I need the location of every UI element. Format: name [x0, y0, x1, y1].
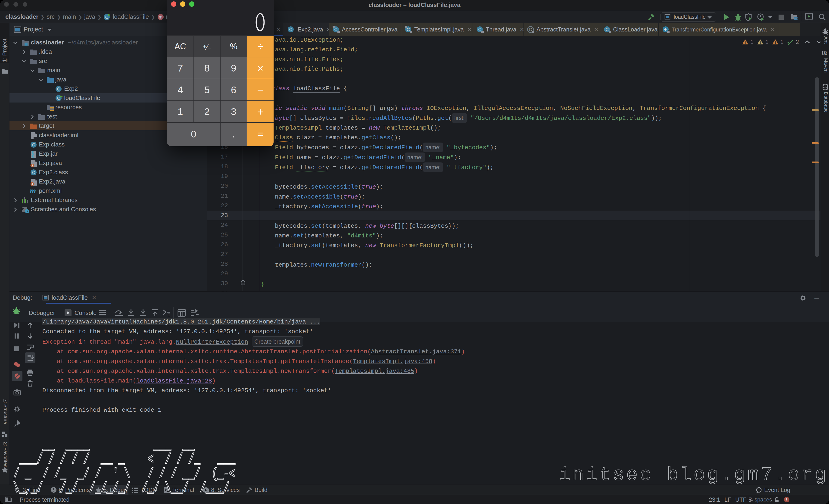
svg-text:C: C: [478, 27, 481, 32]
svg-text:C: C: [529, 27, 532, 32]
svg-text:C: C: [32, 170, 35, 175]
svg-text:m: m: [159, 14, 163, 20]
svg-text:C: C: [289, 27, 292, 32]
svg-text:J: J: [32, 164, 33, 167]
svg-text:C: C: [105, 15, 108, 20]
svg-text:C: C: [57, 96, 60, 101]
svg-text:C: C: [32, 142, 35, 147]
svg-text:C: C: [606, 27, 609, 32]
svg-text:I: I: [168, 313, 170, 317]
svg-text:C: C: [334, 27, 337, 32]
svg-text:J: J: [32, 182, 33, 186]
svg-text:C: C: [407, 27, 410, 32]
svg-text:C: C: [57, 86, 60, 92]
